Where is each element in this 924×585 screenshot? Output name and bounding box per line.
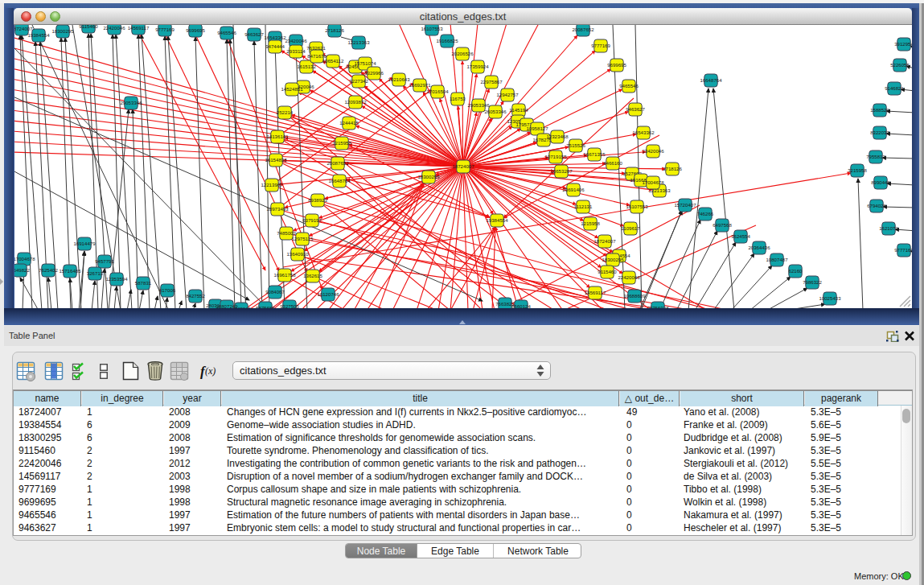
svg-text:16543362: 16543362	[632, 130, 655, 135]
svg-text:20364436: 20364436	[748, 245, 770, 250]
svg-text:7625402: 7625402	[39, 267, 58, 273]
svg-text:10958127: 10958127	[526, 126, 548, 131]
svg-text:26053346: 26053346	[484, 109, 507, 114]
svg-text:9115460: 9115460	[79, 25, 98, 29]
svg-text:29053346: 29053346	[467, 102, 490, 108]
svg-text:9465546: 9465546	[619, 83, 639, 89]
svg-text:1145194: 1145194	[509, 107, 528, 113]
svg-text:29053346: 29053346	[120, 100, 142, 105]
svg-text:18300295: 18300295	[602, 257, 624, 262]
svg-text:9463627: 9463627	[244, 31, 264, 37]
svg-text:(x): (x)	[205, 365, 216, 377]
svg-text:10719155: 10719155	[544, 154, 567, 159]
svg-text:9699695: 9699695	[186, 27, 205, 33]
svg-text:16120746: 16120746	[317, 291, 339, 297]
svg-text:15692971: 15692971	[409, 82, 431, 88]
svg-text:12093872: 12093872	[344, 99, 367, 105]
svg-text:252214: 252214	[277, 109, 294, 115]
svg-text:1244415: 1244415	[339, 120, 359, 126]
svg-text:9227342: 9227342	[349, 78, 368, 84]
svg-text:9329966: 9329966	[364, 70, 384, 76]
svg-text:20087652: 20087652	[326, 160, 349, 166]
svg-text:10653267: 10653267	[550, 168, 573, 174]
svg-text:16107553: 16107553	[626, 204, 648, 209]
svg-text:9084067: 9084067	[265, 289, 285, 295]
svg-text:8660124: 8660124	[511, 303, 531, 308]
svg-text:10654112: 10654112	[322, 58, 344, 64]
svg-text:14136141: 14136141	[266, 134, 289, 139]
svg-text:18724007: 18724007	[452, 163, 474, 169]
svg-text:1215958: 1215958	[581, 220, 600, 226]
svg-text:20206526: 20206526	[451, 51, 474, 56]
svg-text:8322037: 8322037	[870, 130, 889, 135]
svg-text:15716485: 15716485	[59, 268, 81, 274]
svg-text:15751074: 15751074	[354, 60, 376, 66]
svg-text:9699695: 9699695	[607, 62, 626, 68]
svg-text:3912954: 3912954	[894, 41, 912, 47]
svg-text:14569117: 14569117	[585, 290, 606, 295]
svg-text:23420046: 23420046	[285, 38, 307, 43]
svg-text:746266: 746266	[697, 211, 714, 216]
svg-text:23420046: 23420046	[642, 148, 664, 154]
svg-text:17004678: 17004678	[14, 256, 35, 262]
svg-text:14569117: 14569117	[128, 25, 150, 31]
svg-text:3215958: 3215958	[332, 140, 351, 146]
svg-text:18300295: 18300295	[51, 28, 74, 34]
svg-text:12353594: 12353594	[105, 276, 128, 282]
svg-text:1615132: 1615132	[297, 64, 316, 69]
svg-text:9465546: 9465546	[217, 30, 236, 35]
svg-text:5875685: 5875685	[256, 305, 275, 308]
svg-text:587831: 587831	[135, 280, 152, 286]
svg-text:3215958: 3215958	[848, 167, 867, 173]
svg-text:20087652: 20087652	[572, 27, 594, 32]
svg-text:9474444: 9474444	[265, 43, 285, 49]
svg-text:9777169: 9777169	[155, 27, 175, 32]
svg-text:22975867: 22975867	[480, 79, 503, 84]
svg-text:8938923: 8938923	[308, 197, 327, 203]
svg-text:7955812: 7955812	[866, 154, 885, 159]
svg-text:1588520: 1588520	[870, 107, 889, 113]
svg-text:7485003: 7485003	[277, 230, 296, 236]
svg-text:17004678: 17004678	[642, 179, 664, 185]
svg-text:22420046: 22420046	[618, 274, 640, 280]
svg-text:16914479: 16914479	[73, 241, 96, 246]
svg-text:16648764: 16648764	[700, 77, 722, 83]
svg-text:16648764: 16648764	[328, 178, 351, 183]
svg-text:13640910: 13640910	[286, 251, 309, 257]
svg-text:8990448: 8990448	[871, 179, 890, 185]
svg-text:19384554: 19384554	[27, 32, 50, 38]
svg-text:17016504: 17016504	[426, 89, 449, 94]
svg-text:6497568: 6497568	[713, 222, 732, 228]
svg-text:2933114: 2933114	[286, 48, 306, 54]
svg-text:18724007: 18724007	[593, 238, 616, 244]
svg-text:1362615: 1362615	[303, 273, 322, 278]
svg-text:10688609: 10688609	[623, 293, 646, 299]
svg-text:12213967: 12213967	[261, 182, 283, 187]
svg-text:7986322: 7986322	[803, 279, 822, 285]
svg-text:9463627: 9463627	[626, 106, 645, 112]
svg-text:10025433: 10025433	[819, 295, 841, 301]
svg-text:18807249: 18807249	[216, 303, 238, 308]
svg-text:7515526: 7515526	[566, 142, 585, 148]
svg-text:5226055: 5226055	[890, 62, 910, 68]
svg-text:10807487: 10807487	[766, 257, 788, 262]
svg-text:9777169: 9777169	[591, 43, 610, 48]
svg-text:18724007: 18724007	[14, 26, 33, 31]
svg-text:18300295: 18300295	[417, 174, 440, 179]
svg-text:19384554: 19384554	[486, 217, 508, 223]
svg-text:2718126: 2718126	[663, 166, 682, 171]
svg-text:16107553: 16107553	[421, 26, 443, 31]
svg-text:1112131: 1112131	[574, 204, 593, 209]
svg-text:12942757: 12942757	[496, 92, 519, 97]
svg-text:2718126: 2718126	[325, 27, 344, 33]
svg-text:1109617: 1109617	[621, 225, 640, 231]
svg-text:326713: 326713	[87, 270, 104, 276]
svg-text:6466160: 6466160	[603, 160, 622, 166]
svg-text:22420046: 22420046	[103, 25, 125, 31]
svg-text:62160: 62160	[789, 268, 803, 274]
svg-text:9457791: 9457791	[95, 258, 114, 264]
svg-text:8427552: 8427552	[186, 293, 205, 299]
svg-text:1549822: 1549822	[14, 267, 30, 273]
svg-text:16671355: 16671355	[583, 151, 606, 157]
svg-text:9777169: 9777169	[894, 247, 912, 253]
